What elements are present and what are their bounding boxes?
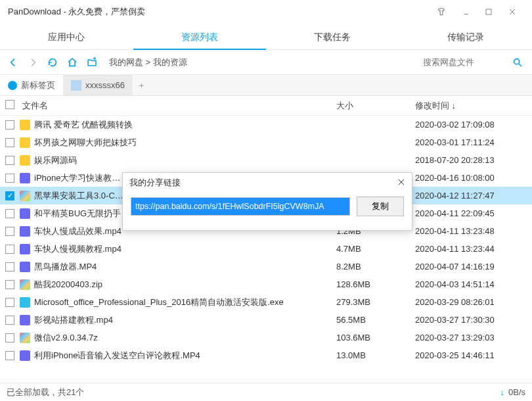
file-date: 2018-07-20 20:28:13 bbox=[415, 155, 527, 165]
table-row[interactable]: 利用iPhone语音输入发送空白评论教程.MP413.0MB2020-03-25… bbox=[0, 346, 532, 364]
refresh-icon[interactable] bbox=[43, 53, 62, 72]
file-name: 坏男孩之网聊大师把妹技巧 bbox=[34, 137, 336, 149]
table-row[interactable]: 黑鸟播放器.MP48.2MB2020-04-07 14:16:19 bbox=[0, 258, 532, 275]
col-date[interactable]: 修改时间 ↓ bbox=[415, 100, 527, 112]
file-name: 腾讯 爱奇艺 优酷视频转换 bbox=[34, 119, 336, 131]
maximize-icon[interactable] bbox=[477, 0, 500, 24]
row-checkbox[interactable] bbox=[5, 120, 14, 130]
col-size[interactable]: 大小 bbox=[336, 100, 415, 112]
dialog-close-icon[interactable] bbox=[395, 176, 408, 189]
session-tabbar: 新标签页 xxxsssx66 ＋ bbox=[0, 75, 532, 96]
table-row[interactable]: 酷我20200403.zip128.6MB2020-04-03 14:51:14 bbox=[0, 275, 532, 293]
newfolder-icon[interactable] bbox=[83, 53, 101, 72]
file-date: 2020-04-16 10:08:00 bbox=[415, 173, 527, 183]
file-size: 279.3MB bbox=[336, 297, 415, 307]
shirt-icon[interactable] bbox=[430, 0, 453, 24]
video-icon bbox=[20, 262, 30, 272]
forward-icon[interactable] bbox=[24, 53, 42, 72]
video-icon bbox=[20, 350, 30, 361]
svg-point-6 bbox=[514, 59, 520, 64]
file-size: 13.0MB bbox=[336, 350, 415, 360]
row-checkbox[interactable] bbox=[5, 209, 14, 218]
multi-icon bbox=[20, 279, 30, 290]
multi-icon bbox=[20, 333, 30, 343]
file-list: 腾讯 爱奇艺 优酷视频转换2020-03-02 17:09:08坏男孩之网聊大师… bbox=[0, 116, 532, 381]
row-checkbox[interactable] bbox=[5, 156, 14, 165]
minimize-icon[interactable] bbox=[453, 0, 477, 24]
tab-transfers[interactable]: 传输记录 bbox=[399, 24, 533, 50]
user-chip[interactable]: xxxsssx66 bbox=[63, 75, 133, 95]
folder-icon bbox=[20, 120, 30, 130]
speed-text: 0B/s bbox=[508, 387, 525, 397]
row-checkbox[interactable] bbox=[5, 245, 14, 254]
file-date: 2020-04-11 13:23:44 bbox=[415, 244, 527, 254]
status-text: 已全部加载，共21个 bbox=[7, 387, 84, 398]
row-checkbox[interactable] bbox=[5, 174, 14, 183]
breadcrumb[interactable]: 我的网盘 > 我的资源 bbox=[109, 57, 420, 68]
row-checkbox[interactable] bbox=[5, 262, 14, 271]
app-icon bbox=[20, 297, 30, 308]
file-date: 2020-04-03 14:51:14 bbox=[415, 279, 527, 289]
file-date: 2020-03-29 08:26:01 bbox=[415, 297, 527, 307]
tab-resources[interactable]: 资源列表 bbox=[133, 24, 267, 50]
table-row[interactable]: 腾讯 爱奇艺 优酷视频转换2020-03-02 17:09:08 bbox=[0, 116, 532, 133]
window-title: PanDownload - 永久免费，严禁倒卖 bbox=[8, 6, 430, 18]
table-row[interactable]: 娱乐网源码2018-07-20 20:28:13 bbox=[0, 151, 532, 169]
dialog-title: 我的分享链接 bbox=[123, 173, 412, 193]
tab-appcenter[interactable]: 应用中心 bbox=[0, 24, 133, 50]
download-arrow-icon: ↓ bbox=[500, 387, 504, 397]
file-date: 2020-04-12 11:27:47 bbox=[415, 191, 527, 200]
share-link-input[interactable] bbox=[131, 197, 350, 216]
row-checkbox[interactable] bbox=[5, 280, 14, 289]
share-link-dialog: 我的分享链接 复制 bbox=[122, 172, 412, 231]
column-headers: 文件名 大小 修改时间 ↓ bbox=[0, 96, 532, 116]
video-icon bbox=[20, 226, 30, 237]
row-checkbox[interactable] bbox=[5, 138, 14, 147]
user-label: xxxsssx66 bbox=[85, 80, 125, 90]
back-icon[interactable] bbox=[4, 53, 22, 72]
row-checkbox[interactable] bbox=[5, 227, 14, 236]
col-filename[interactable]: 文件名 bbox=[20, 100, 336, 112]
table-row[interactable]: 车快人慢视频教程.mp44.7MB2020-04-11 13:23:44 bbox=[0, 240, 532, 258]
search-icon[interactable] bbox=[512, 57, 528, 68]
file-name: 影视站搭建教程.mp4 bbox=[34, 314, 336, 326]
file-date: 2020-04-11 22:09:45 bbox=[415, 208, 527, 218]
copy-button[interactable]: 复制 bbox=[357, 197, 404, 216]
newtab-chip[interactable]: 新标签页 bbox=[0, 75, 63, 95]
row-checkbox[interactable]: ✓ bbox=[5, 191, 14, 200]
add-tab-icon[interactable]: ＋ bbox=[133, 75, 151, 95]
table-row[interactable]: 微信v2.9.0.34.7z103.6MB2020-03-27 13:29:03 bbox=[0, 329, 532, 346]
file-size: 56.5MB bbox=[336, 315, 415, 325]
table-row[interactable]: 影视站搭建教程.mp456.5MB2020-03-27 17:30:30 bbox=[0, 311, 532, 329]
newtab-label: 新标签页 bbox=[21, 80, 55, 91]
row-checkbox[interactable] bbox=[5, 298, 14, 307]
tab-downloads[interactable]: 下载任务 bbox=[266, 24, 399, 50]
file-date: 2020-03-25 14:46:11 bbox=[415, 350, 527, 360]
file-date: 2020-03-01 17:11:24 bbox=[415, 137, 527, 147]
select-all-checkbox[interactable] bbox=[5, 100, 14, 109]
main-tabs: 应用中心 资源列表 下载任务 传输记录 bbox=[0, 24, 532, 50]
cloud-icon bbox=[8, 81, 17, 90]
file-name: 黑鸟播放器.MP4 bbox=[34, 261, 336, 273]
row-checkbox[interactable] bbox=[5, 333, 14, 342]
file-size: 103.6MB bbox=[336, 333, 415, 342]
video-icon bbox=[20, 173, 30, 183]
file-name: 车快人慢视频教程.mp4 bbox=[34, 243, 336, 255]
multi-icon bbox=[20, 191, 30, 201]
table-row[interactable]: 坏男孩之网聊大师把妹技巧2020-03-01 17:11:24 bbox=[0, 133, 532, 151]
file-name: 微信v2.9.0.34.7z bbox=[34, 332, 336, 344]
folder-icon bbox=[20, 155, 30, 166]
close-icon[interactable] bbox=[500, 0, 524, 24]
file-size: 4.7MB bbox=[336, 244, 415, 254]
video-icon bbox=[20, 208, 30, 219]
statusbar: 已全部加载，共21个 ↓ 0B/s bbox=[0, 383, 532, 401]
file-name: 利用iPhone语音输入发送空白评论教程.MP4 bbox=[34, 350, 336, 362]
file-size: 128.6MB bbox=[336, 279, 415, 289]
table-row[interactable]: Microsoft_office_Professional_Plus_2016精… bbox=[0, 293, 532, 311]
avatar-icon bbox=[71, 80, 81, 91]
row-checkbox[interactable] bbox=[5, 351, 14, 360]
home-icon[interactable] bbox=[63, 53, 81, 72]
file-name: 娱乐网源码 bbox=[34, 154, 336, 166]
row-checkbox[interactable] bbox=[5, 316, 14, 325]
search-input[interactable] bbox=[420, 54, 512, 71]
